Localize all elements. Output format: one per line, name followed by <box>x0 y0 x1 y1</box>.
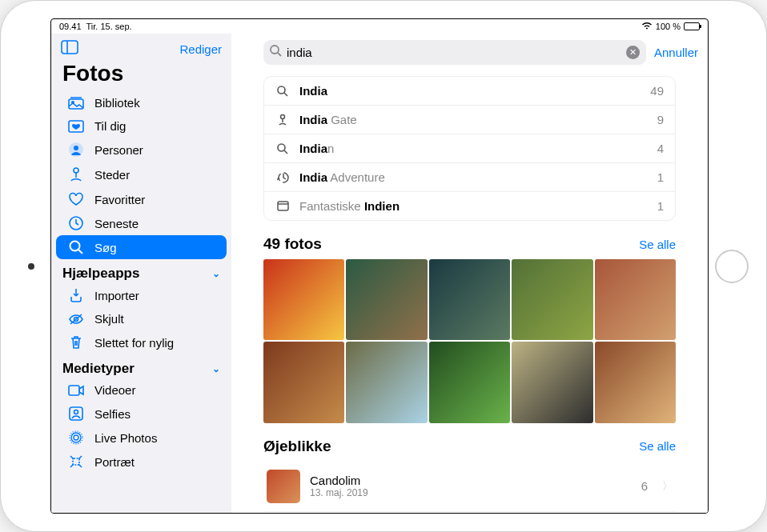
place-pin-icon <box>275 114 290 126</box>
status-date: Tir. 15. sep. <box>86 22 132 31</box>
sidebar-item-foryou[interactable]: Til dig <box>56 114 227 138</box>
places-icon <box>67 166 85 182</box>
sidebar-item-library[interactable]: Bibliotek <box>56 91 227 114</box>
suggestion-text: Indian <box>299 142 648 155</box>
moment-row[interactable]: Anjuna Beach 11. maj. 2019 7 〉 <box>263 512 676 513</box>
suggestion-count: 4 <box>657 142 664 155</box>
sidebar-item-selfies[interactable]: Selfies <box>56 402 227 426</box>
sidebar-item-videos[interactable]: Videoer <box>56 378 227 402</box>
video-icon <box>67 385 85 396</box>
chevron-down-icon: ⌄ <box>212 268 220 279</box>
sidebar-item-places[interactable]: Steder <box>56 162 227 187</box>
sidebar-item-livephotos[interactable]: Live Photos <box>56 426 227 450</box>
photo-thumbnail[interactable] <box>263 259 344 340</box>
trash-icon <box>67 335 85 350</box>
moment-count: 6 <box>641 479 648 493</box>
clock-icon <box>67 216 85 230</box>
sidebar-item-label: Til dig <box>94 119 126 133</box>
sidebar-item-import[interactable]: Importer <box>56 283 227 307</box>
edit-button[interactable]: Rediger <box>179 42 222 56</box>
sidebar-title: Fotos <box>51 61 231 91</box>
sidebar-item-people[interactable]: Personer <box>56 138 227 162</box>
svg-point-21 <box>278 144 285 151</box>
section-utilities[interactable]: Hjælpeapps ⌄ <box>51 259 231 283</box>
screen: 09.41 Tir. 15. sep. 100 % Rediger <box>50 18 709 514</box>
photo-grid <box>263 259 676 423</box>
sidebar: Rediger Fotos Bibliotek Til dig Personer <box>51 34 231 513</box>
chevron-down-icon: ⌄ <box>212 363 220 374</box>
svg-rect-0 <box>62 41 78 54</box>
see-all-moments-button[interactable]: Se alle <box>639 439 676 453</box>
sidebar-item-hidden[interactable]: Skjult <box>56 307 227 330</box>
photo-thumbnail[interactable] <box>512 342 592 422</box>
home-button[interactable] <box>715 250 749 283</box>
suggestion-row[interactable]: India Gate 9 <box>264 105 675 134</box>
sidebar-item-recents[interactable]: Seneste <box>56 211 227 235</box>
library-icon <box>67 97 85 110</box>
svg-rect-23 <box>278 202 288 210</box>
suggestion-count: 9 <box>657 113 664 126</box>
suggestion-row[interactable]: India Adventure 1 <box>264 162 675 191</box>
photo-thumbnail[interactable] <box>595 342 676 422</box>
photo-thumbnail[interactable] <box>346 259 427 340</box>
trip-icon <box>275 171 290 183</box>
photo-thumbnail[interactable] <box>346 342 427 422</box>
photo-thumbnail[interactable] <box>429 342 510 422</box>
see-all-photos-button[interactable]: Se alle <box>639 238 676 251</box>
search-input[interactable] <box>287 46 621 59</box>
status-time: 09.41 <box>59 22 82 31</box>
suggestion-row[interactable]: Indian 4 <box>264 134 675 162</box>
sidebar-item-label: Seneste <box>94 217 139 230</box>
album-icon <box>275 201 290 211</box>
sidebar-item-label: Live Photos <box>94 431 157 445</box>
sidebar-toggle-icon[interactable] <box>61 40 78 58</box>
suggestion-row[interactable]: Fantastiske Indien 1 <box>264 191 675 220</box>
sidebar-item-label: Importer <box>94 289 139 302</box>
suggestion-count: 49 <box>650 84 664 98</box>
selfies-icon <box>67 406 85 421</box>
chevron-right-icon: 〉 <box>662 479 673 494</box>
sidebar-item-label: Videoer <box>94 383 135 397</box>
status-bar: 09.41 Tir. 15. sep. 100 % <box>51 19 708 34</box>
section-label: Hjælpeapps <box>62 266 139 282</box>
foryou-icon <box>67 120 85 133</box>
clear-search-button[interactable]: ✕ <box>626 46 640 59</box>
search-icon <box>67 240 85 254</box>
sidebar-item-portrait[interactable]: Portræt <box>56 450 227 474</box>
import-icon <box>67 288 85 302</box>
ipad-frame: 09.41 Tir. 15. sep. 100 % Rediger <box>0 0 767 532</box>
sidebar-item-label: Skjult <box>94 312 124 326</box>
svg-point-19 <box>278 86 285 94</box>
svg-point-18 <box>271 46 279 54</box>
moments-list: Candolim 13. maj. 2019 6 〉 Anjuna Beach … <box>263 462 676 513</box>
cancel-button[interactable]: Annuller <box>654 46 698 59</box>
photo-thumbnail[interactable] <box>595 259 676 340</box>
moment-row[interactable]: Candolim 13. maj. 2019 6 〉 <box>263 462 676 512</box>
people-icon <box>67 142 85 157</box>
sidebar-item-label: Bibliotek <box>94 96 140 110</box>
photo-thumbnail[interactable] <box>512 259 592 340</box>
sidebar-item-deleted[interactable]: Slettet for nylig <box>56 330 227 354</box>
svg-point-6 <box>74 146 78 150</box>
search-icon <box>275 86 290 97</box>
suggestion-list: India 49 India Gate 9 Indian 4 <box>263 76 676 221</box>
svg-point-20 <box>281 114 285 118</box>
moment-date: 13. maj. 2019 <box>310 487 632 498</box>
section-mediatypes[interactable]: Medietyper ⌄ <box>51 354 231 378</box>
suggestion-count: 1 <box>657 170 664 184</box>
svg-point-9 <box>70 242 80 251</box>
photo-thumbnail[interactable] <box>263 342 344 422</box>
suggestion-text: Fantastiske Indien <box>299 199 648 213</box>
suggestion-row[interactable]: India 49 <box>264 77 675 105</box>
sidebar-item-favorites[interactable]: Favoritter <box>56 187 227 211</box>
search-field[interactable]: ✕ <box>263 40 646 65</box>
svg-rect-11 <box>69 386 79 395</box>
status-battery-text: 100 % <box>656 22 681 31</box>
sidebar-item-search[interactable]: Søg <box>56 235 227 259</box>
sidebar-item-label: Slettet for nylig <box>94 336 174 350</box>
heart-icon <box>67 192 85 206</box>
svg-rect-17 <box>73 458 79 465</box>
moments-heading: Øjeblikke <box>263 438 331 455</box>
photo-thumbnail[interactable] <box>429 259 510 340</box>
sidebar-item-label: Selfies <box>94 407 131 421</box>
